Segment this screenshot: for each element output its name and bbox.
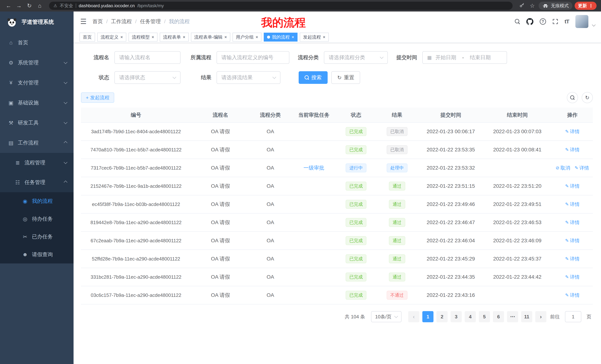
search-icon[interactable] (515, 19, 520, 24)
cell-status: 进行中 (337, 159, 375, 177)
sidebar-item-my-process[interactable]: ◉我的流程 (0, 192, 74, 210)
close-icon[interactable]: × (291, 35, 294, 39)
next-page-button[interactable]: › (535, 311, 546, 322)
tab-process-form-edit[interactable]: 流程表单-编辑× (191, 33, 230, 42)
table-row: 7317cec6-7b9b-11ec-b5b7-acde48001122OA 请… (81, 159, 593, 177)
forward-icon[interactable]: → (15, 3, 23, 9)
tab-process-form[interactable]: 流程表单× (160, 33, 189, 42)
detail-action[interactable]: ✎详情 (575, 165, 589, 171)
tab-my-process[interactable]: 我的流程× (264, 33, 298, 42)
page-size-select[interactable]: 10条/页 (371, 311, 401, 322)
status-tag: 已完成 (346, 273, 366, 281)
page-button-1[interactable]: 1 (422, 311, 433, 322)
home-icon[interactable]: ⌂ (36, 3, 44, 9)
detail-action[interactable]: ✎详情 (565, 256, 580, 262)
page-button-5[interactable]: 5 (479, 311, 490, 322)
sidebar-item-infrastructure[interactable]: ▣基础设施 (0, 93, 74, 113)
close-icon[interactable]: × (224, 35, 227, 39)
goto-page-input[interactable] (565, 311, 581, 322)
edit-icon: ✎ (565, 220, 569, 225)
more-pages-button[interactable]: ⋯ (507, 311, 518, 322)
sidebar-item-home[interactable]: ⌂首页 (0, 33, 74, 53)
detail-action[interactable]: ✎详情 (565, 274, 580, 280)
more-menu-icon[interactable]: ⋮ (589, 3, 593, 8)
sidebar-item-done-tasks[interactable]: ✂已办任务 (0, 228, 74, 246)
github-icon[interactable] (526, 18, 533, 25)
sidebar-item-leave-query[interactable]: ☻请假查询 (0, 246, 74, 263)
breadcrumb-item[interactable]: 首页 (92, 18, 103, 25)
detail-action[interactable]: ✎详情 (565, 292, 580, 298)
sidebar-item-system-management[interactable]: ⚙系统管理 (0, 53, 74, 73)
reload-icon[interactable]: ↻ (25, 3, 33, 9)
close-icon[interactable]: × (183, 35, 185, 39)
back-icon[interactable]: ← (4, 3, 13, 9)
start-date-placeholder[interactable]: 开始日期 (436, 54, 456, 61)
update-button[interactable]: 更新 ⋮ (575, 2, 597, 10)
breadcrumb-item[interactable]: 任务管理 (140, 18, 161, 25)
detail-action[interactable]: ✎详情 (565, 183, 580, 189)
bookmark-star-icon[interactable]: ☆ (528, 3, 536, 9)
detail-action[interactable]: ✎详情 (565, 147, 580, 153)
incognito-badge[interactable]: 无痕模式 (539, 2, 572, 10)
result-select[interactable]: 请选择流结果 (217, 71, 280, 84)
page-button-3[interactable]: 3 (451, 311, 462, 322)
detail-action[interactable]: ✎详情 (565, 238, 580, 244)
breadcrumb-item[interactable]: 工作流程 (111, 18, 132, 25)
page-button-4[interactable]: 4 (465, 311, 476, 322)
tab-process-definition[interactable]: 流程定义× (97, 33, 126, 42)
detail-action[interactable]: ✎详情 (565, 219, 580, 226)
process-def-input[interactable] (217, 51, 289, 64)
security-label[interactable]: 不安全 (60, 3, 73, 9)
page-button-11[interactable]: 11 (521, 311, 532, 322)
cell-end-time: 2022-01-22 23:51:20 (483, 177, 552, 195)
cell-submit-time: 2022-01-22 23:53:35 (419, 141, 483, 159)
help-icon[interactable]: ? (540, 18, 546, 25)
fullscreen-icon[interactable] (552, 19, 558, 25)
category-select[interactable]: 请选择流程分类 (324, 51, 388, 64)
prev-page-button[interactable]: ‹ (408, 311, 419, 322)
avatar[interactable] (575, 15, 588, 28)
logo[interactable]: 芋道管理系统 (0, 11, 74, 33)
sidebar-item-task-management[interactable]: ☷任务管理 (0, 172, 74, 192)
toggle-search-button[interactable] (567, 92, 578, 103)
sidebar-item-workflow[interactable]: ▤工作流程 (0, 133, 74, 153)
reset-button[interactable]: ↻ 重置 (331, 71, 360, 84)
close-icon[interactable]: × (323, 35, 325, 39)
tab-home[interactable]: 首页 (80, 33, 95, 42)
process-name-input[interactable] (114, 51, 180, 64)
tab-user-group[interactable]: 用户分组× (232, 33, 261, 42)
tab-label: 用户分组 (236, 34, 254, 40)
tab-process-model[interactable]: 流程模型× (129, 33, 158, 42)
chevron-down-icon[interactable] (592, 23, 596, 27)
sidebar-item-todo-tasks[interactable]: ◎待办任务 (0, 210, 74, 228)
close-icon[interactable]: × (120, 35, 123, 39)
cell-id: 7470a810-7b9b-11ec-b5b7-acde48001122 (81, 141, 191, 159)
page-button-6[interactable]: 6 (493, 311, 504, 322)
detail-action[interactable]: ✎详情 (565, 128, 580, 135)
current-task-link[interactable]: 一级审批 (303, 165, 324, 171)
search-button[interactable]: 搜索 (299, 71, 328, 84)
sidebar-item-process-management[interactable]: ≣流程管理 (0, 153, 74, 172)
cancel-action[interactable]: ⊘取消 (556, 165, 570, 171)
tab-start-process[interactable]: 发起流程× (300, 33, 329, 42)
cell-id: 03c6c157-7b9a-11ec-a290-acde48001122 (81, 286, 191, 304)
result-label: 结果 (189, 74, 211, 81)
close-icon[interactable]: × (151, 35, 154, 39)
hamburger-icon[interactable]: ☰ (80, 18, 87, 26)
refresh-button[interactable]: ↻ (582, 92, 593, 103)
font-size-icon[interactable]: tT (565, 18, 569, 25)
cell-current-task (291, 123, 337, 141)
detail-action[interactable]: ✎详情 (565, 201, 580, 208)
submit-time-range[interactable]: ▦ 开始日期 - 结束日期 (422, 51, 507, 64)
create-process-button[interactable]: + 发起流程 (81, 92, 114, 103)
address-bar[interactable]: ⚠ 不安全 dashboard.yudao.iocoder.cn/bpm/tas… (49, 2, 513, 10)
logo-image (6, 16, 18, 28)
sidebar-item-payment-management[interactable]: ¥支付管理 (0, 73, 74, 93)
sidebar-item-dev-tools[interactable]: ⚒研发工具 (0, 113, 74, 133)
page-button-2[interactable]: 2 (436, 311, 448, 322)
close-icon[interactable]: × (256, 35, 258, 39)
detail-label: 详情 (570, 238, 580, 244)
password-key-icon[interactable] (518, 3, 526, 9)
end-date-placeholder[interactable]: 结束日期 (470, 54, 491, 61)
status-select[interactable]: 请选择状态 (114, 71, 180, 84)
